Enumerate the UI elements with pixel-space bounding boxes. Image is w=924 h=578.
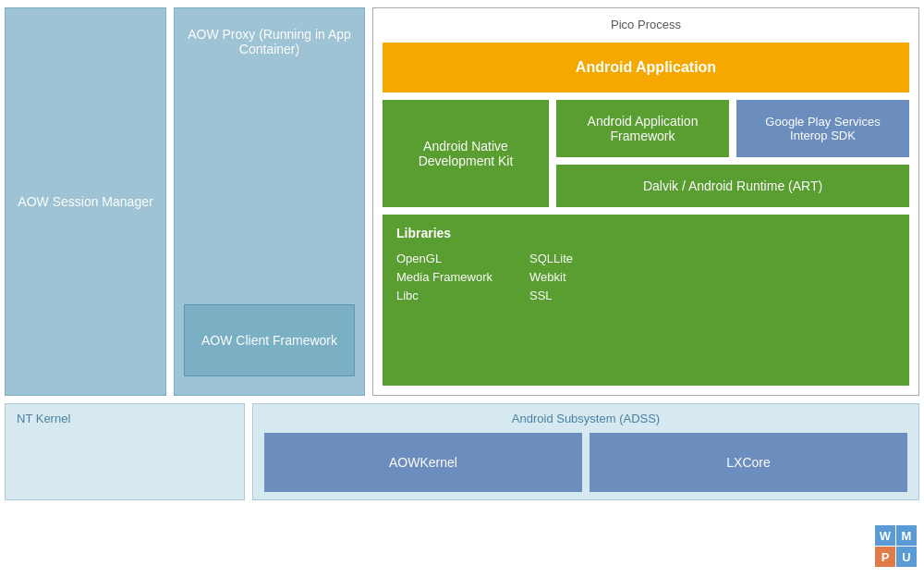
google-play-services: Google Play Services Interop SDK <box>736 100 909 157</box>
aow-kernel-button[interactable]: AOWKernel <box>264 433 582 492</box>
adss-buttons: AOWKernel LXCore <box>264 433 907 492</box>
watermark-p: P <box>875 547 895 567</box>
top-row: AOW Session Manager AOW Proxy (Running i… <box>5 7 919 396</box>
aow-client-framework-label: AOW Client Framework <box>201 333 337 348</box>
android-native-dev-label: Android Native Development Kit <box>396 139 535 168</box>
aow-session-manager-label: AOW Session Manager <box>18 194 152 209</box>
watermark-m: M <box>896 525 917 546</box>
adss-title: Android Subsystem (ADSS) <box>264 412 907 425</box>
lib-webkit: Webkit <box>529 270 573 284</box>
libraries-box: Libraries OpenGL Media Framework Libc SQ… <box>383 215 909 386</box>
lib-col-1: OpenGL Media Framework Libc <box>396 252 492 302</box>
bottom-row: NT Kernel Android Subsystem (ADSS) AOWKe… <box>5 403 919 500</box>
aow-proxy-label: AOW Proxy (Running in App Container) <box>184 18 355 56</box>
lxcore-label: LXCore <box>726 455 770 470</box>
top-right-row: Android Application Framework Google Pla… <box>556 100 909 157</box>
right-stack: Android Application Framework Google Pla… <box>556 100 909 207</box>
android-application-bar: Android Application <box>383 43 909 92</box>
google-play-services-label: Google Play Services Interop SDK <box>746 115 900 142</box>
lib-col-2: SQLLite Webkit SSL <box>529 252 573 302</box>
android-app-framework: Android Application Framework <box>556 100 729 157</box>
android-native-dev: Android Native Development Kit <box>383 100 549 207</box>
aow-client-framework: AOW Client Framework <box>184 304 355 376</box>
nt-kernel-label: NT Kernel <box>17 412 70 425</box>
pico-process: Pico Process Android Application Android… <box>372 7 919 396</box>
android-subsystem: Android Subsystem (ADSS) AOWKernel LXCor… <box>252 403 919 500</box>
libraries-title: Libraries <box>396 226 895 240</box>
watermark-w: W <box>875 525 895 546</box>
aow-proxy-container: AOW Proxy (Running in App Container) AOW… <box>174 7 365 396</box>
middle-row: Android Native Development Kit Android A… <box>383 100 909 207</box>
left-panels: AOW Session Manager AOW Proxy (Running i… <box>5 7 365 396</box>
libraries-grid: OpenGL Media Framework Libc SQLLite Webk… <box>396 252 895 302</box>
aow-session-manager: AOW Session Manager <box>5 7 166 396</box>
lib-ssl: SSL <box>529 289 573 302</box>
aow-kernel-label: AOWKernel <box>389 455 457 470</box>
nt-kernel: NT Kernel <box>5 403 245 500</box>
lib-libc: Libc <box>396 289 492 302</box>
main-container: AOW Session Manager AOW Proxy (Running i… <box>5 7 919 500</box>
android-application-label: Android Application <box>576 59 716 75</box>
android-app-framework-label: Android Application Framework <box>565 114 720 143</box>
lib-media-framework: Media Framework <box>396 270 492 284</box>
watermark-u: U <box>896 547 917 567</box>
lib-opengl: OpenGL <box>396 252 492 265</box>
lxcore-button[interactable]: LXCore <box>590 433 907 492</box>
dalvik-runtime: Dalvik / Android Runtime (ART) <box>556 165 909 207</box>
pico-title: Pico Process <box>383 18 909 31</box>
watermark: W M P U <box>875 525 917 567</box>
dalvik-runtime-label: Dalvik / Android Runtime (ART) <box>643 178 822 193</box>
lib-sqllite: SQLLite <box>529 252 573 265</box>
